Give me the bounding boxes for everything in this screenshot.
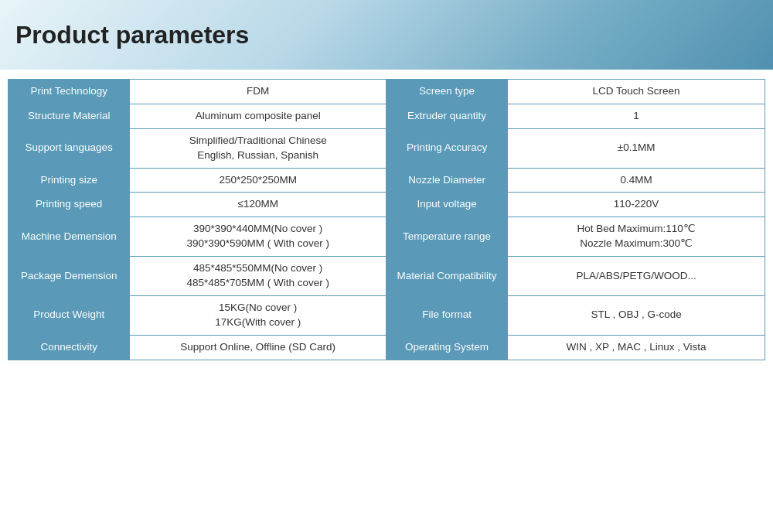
right-header-cell: File format — [386, 295, 507, 335]
right-value-cell: ±0.1MM — [508, 128, 765, 168]
page-title: Product parameters — [15, 21, 249, 49]
page-header: Product parameters — [0, 0, 773, 70]
left-value-cell: Simplified/Traditional ChineseEnglish, R… — [130, 128, 386, 168]
left-header-cell: Machine Demension — [9, 217, 130, 257]
left-value-cell: ≤120MM — [130, 193, 386, 217]
table-row: Product Weight15KG(No cover )17KG(With c… — [9, 295, 765, 335]
right-header-cell: Operating System — [386, 335, 507, 360]
product-params-table: Print TechnologyFDMScreen typeLCD Touch … — [8, 79, 765, 360]
right-header-cell: Material Compatibility — [386, 257, 507, 296]
table-row: Support languagesSimplified/Traditional … — [9, 128, 765, 168]
left-header-cell: Package Demension — [9, 257, 130, 296]
right-header-cell: Screen type — [386, 80, 507, 104]
left-value-cell: 485*485*550MM(No cover )485*485*705MM ( … — [130, 257, 386, 296]
left-value-cell: 390*390*440MM(No cover )390*390*590MM ( … — [130, 217, 386, 257]
right-value-cell: 0.4MM — [508, 168, 765, 193]
table-row: ConnectivitySupport Online, Offline (SD … — [9, 335, 765, 360]
left-header-cell: Structure Material — [9, 104, 130, 128]
right-header-cell: Extruder quantity — [386, 104, 507, 128]
table-row: Package Demension485*485*550MM(No cover … — [9, 257, 765, 296]
right-value-cell: PLA/ABS/PETG/WOOD... — [508, 257, 765, 296]
right-value-cell: STL , OBJ , G-code — [508, 295, 765, 335]
left-value-cell: Support Online, Offline (SD Card) — [130, 335, 386, 360]
right-value-cell: WIN , XP , MAC , Linux , Vista — [508, 335, 765, 360]
params-table-container: Print TechnologyFDMScreen typeLCD Touch … — [0, 70, 773, 364]
right-value-cell: 110-220V — [508, 193, 765, 217]
right-header-cell: Nozzle Diameter — [386, 168, 507, 193]
left-header-cell: Printing speed — [9, 193, 130, 217]
right-value-cell: 1 — [508, 104, 765, 128]
right-header-cell: Input voltage — [386, 193, 507, 217]
table-row: Structure MaterialAluminum composite pan… — [9, 104, 765, 128]
left-value-cell: 250*250*250MM — [130, 168, 386, 193]
left-value-cell: FDM — [130, 80, 386, 104]
left-value-cell: 15KG(No cover )17KG(With cover ) — [130, 295, 386, 335]
right-value-cell: Hot Bed Maximum:110℃Nozzle Maximum:300℃ — [508, 217, 765, 257]
left-header-cell: Connectivity — [9, 335, 130, 360]
table-row: Print TechnologyFDMScreen typeLCD Touch … — [9, 80, 765, 104]
table-row: Machine Demension390*390*440MM(No cover … — [9, 217, 765, 257]
left-header-cell: Product Weight — [9, 295, 130, 335]
left-header-cell: Print Technology — [9, 80, 130, 104]
left-value-cell: Aluminum composite panel — [130, 104, 386, 128]
table-row: Printing size250*250*250MMNozzle Diamete… — [9, 168, 765, 193]
right-header-cell: Temperature range — [386, 217, 507, 257]
table-row: Printing speed≤120MMInput voltage110-220… — [9, 193, 765, 217]
left-header-cell: Printing size — [9, 168, 130, 193]
right-value-cell: LCD Touch Screen — [508, 80, 765, 104]
left-header-cell: Support languages — [9, 128, 130, 168]
right-header-cell: Printing Accuracy — [386, 128, 507, 168]
